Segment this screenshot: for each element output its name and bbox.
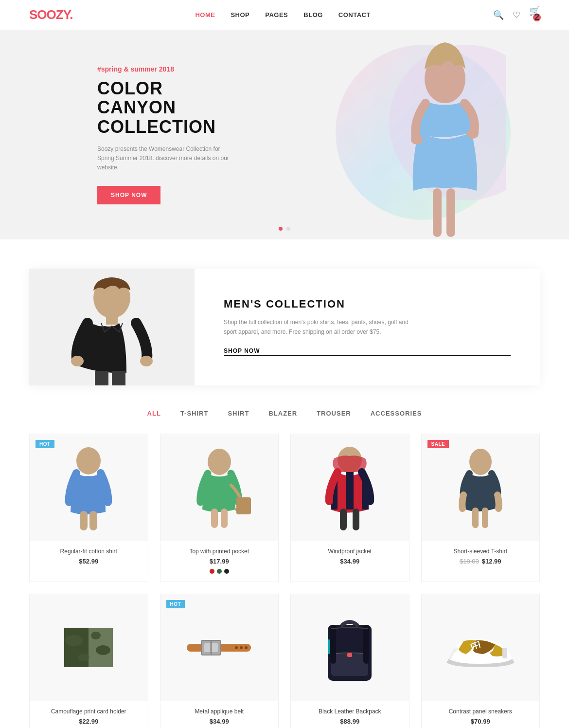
wishlist-button-7[interactable]: ♡	[323, 680, 339, 695]
site-header: SOOZY. HOME SHOP PAGES BLOG CONTACT 🔍 ♡ …	[0, 0, 569, 30]
site-logo[interactable]: SOOZY.	[29, 7, 72, 22]
product-colors-2	[167, 569, 272, 574]
add-to-cart-button-5[interactable]: +	[81, 680, 96, 695]
svg-point-37	[235, 646, 238, 649]
product-card-1: HOT ♡ + 👁 Regular-fit cotton shirt $52.9…	[29, 434, 148, 582]
quickview-button-2[interactable]: 👁	[230, 520, 246, 535]
product-name-4: Short-sleeved T-shirt	[428, 548, 533, 555]
wishlist-button-4[interactable]: ♡	[454, 520, 470, 535]
color-dot-black[interactable]	[224, 569, 229, 574]
svg-rect-23	[346, 472, 354, 510]
product-price-2: $17.99	[167, 558, 272, 565]
product-name-8: Contrast panel sneakers	[428, 708, 533, 715]
filter-tab-all[interactable]: ALL	[147, 410, 161, 419]
add-to-cart-button-6[interactable]: +	[212, 680, 227, 695]
product-name-3: Windproof jacket	[298, 548, 402, 555]
product-grid-row1: HOT ♡ + 👁 Regular-fit cotton shirt $52.9…	[0, 434, 569, 582]
filter-tab-blazer[interactable]: BLAZER	[268, 410, 297, 419]
product-figure-3	[316, 444, 384, 531]
add-to-cart-button-4[interactable]: +	[473, 520, 488, 535]
nav-pages[interactable]: PAGES	[265, 11, 288, 18]
mens-collection-image	[29, 269, 195, 385]
product-badge-hot-1: HOT	[36, 440, 54, 448]
product-price-8: $70.99	[428, 718, 533, 725]
mens-collection-description: Shop the full collection of men's polo s…	[224, 317, 409, 337]
mens-collection-title: MEN'S COLLECTION	[224, 298, 511, 310]
product-name-1: Regular-fit cotton shirt	[36, 548, 141, 555]
mens-collection-banner: MEN'S COLLECTION Shop the full collectio…	[29, 269, 540, 385]
quickview-button-6[interactable]: 👁	[230, 680, 246, 695]
mens-shop-now-link[interactable]: SHOP NOW	[224, 347, 511, 356]
search-icon[interactable]: 🔍	[493, 10, 504, 20]
svg-rect-4	[433, 188, 442, 237]
color-dot-green[interactable]	[217, 569, 222, 574]
hero-description: Soozy presents the Womenswear Collection…	[97, 145, 233, 173]
color-dot-red[interactable]	[210, 569, 214, 574]
add-to-cart-button-1[interactable]: +	[81, 520, 96, 535]
product-grid-row2: ♡ + 👁 Camouflage print card holder $22.9…	[0, 594, 569, 728]
header-icons: 🔍 ♡ 🛒 2	[493, 6, 540, 24]
nav-contact[interactable]: CONTACT	[338, 11, 371, 18]
product-image-6: HOT ♡ + 👁	[160, 594, 279, 701]
add-to-cart-button-8[interactable]: +	[473, 680, 488, 695]
product-info-5: Camouflage print card holder $22.99	[30, 701, 148, 728]
nav-shop[interactable]: SHOP	[231, 11, 249, 18]
svg-point-35	[91, 632, 101, 639]
wishlist-button-3[interactable]: ♡	[323, 520, 339, 535]
hero-model-svg	[370, 35, 506, 239]
hero-cta-button[interactable]: SHOP NOW	[97, 186, 160, 204]
svg-rect-5	[446, 188, 455, 237]
add-to-cart-button-7[interactable]: +	[342, 680, 357, 695]
cart-icon[interactable]: 🛒 2	[529, 6, 540, 24]
add-to-cart-button-2[interactable]: +	[212, 520, 227, 535]
product-image-8: ♡ + 👁	[422, 594, 540, 701]
wishlist-button-5[interactable]: ♡	[62, 680, 78, 695]
quickview-button-3[interactable]: 👁	[360, 520, 376, 535]
product-name-2: Top with printed pocket	[167, 548, 272, 555]
product-info-1: Regular-fit cotton shirt $52.99	[30, 541, 148, 573]
hero-title: COLOR CANYON COLLECTION	[97, 79, 233, 137]
filter-tab-shirt[interactable]: SHIRT	[228, 410, 249, 419]
quickview-button-4[interactable]: 👁	[491, 520, 507, 535]
hero-dot-2[interactable]	[286, 227, 290, 231]
wishlist-icon[interactable]: ♡	[513, 10, 520, 20]
product-image-4: SALE ♡ + 👁	[422, 434, 540, 541]
hero-dot-1[interactable]	[279, 227, 283, 231]
wishlist-button-6[interactable]: ♡	[193, 680, 209, 695]
hero-content: #spring & summer 2018 COLOR CANYON COLLE…	[0, 65, 233, 204]
product-price-5: $22.99	[36, 718, 141, 725]
svg-point-13	[76, 447, 101, 474]
filter-tab-trouser[interactable]: TROUSER	[317, 410, 351, 419]
main-nav: HOME SHOP PAGES BLOG CONTACT	[195, 11, 371, 18]
filter-tab-accessories[interactable]: ACCESSORIES	[371, 410, 422, 419]
product-figure-2	[188, 446, 251, 529]
quickview-button-7[interactable]: 👁	[360, 680, 376, 695]
wishlist-button-8[interactable]: ♡	[454, 680, 470, 695]
product-info-4: Short-sleeved T-shirt $18.00$12.99	[422, 541, 540, 573]
wishlist-button-2[interactable]: ♡	[193, 520, 209, 535]
svg-point-34	[78, 654, 89, 661]
nav-home[interactable]: HOME	[195, 11, 215, 18]
wishlist-button-1[interactable]: ♡	[62, 520, 78, 535]
product-card-4: SALE ♡ + 👁 Short-sleeved T-shirt	[421, 434, 540, 582]
product-badge-sale-4: SALE	[427, 440, 449, 448]
svg-rect-11	[95, 371, 108, 385]
quickview-button-8[interactable]: 👁	[491, 680, 507, 695]
hero-section: #spring & summer 2018 COLOR CANYON COLLE…	[0, 30, 569, 239]
svg-rect-45	[330, 625, 336, 664]
nav-blog[interactable]: BLOG	[303, 11, 323, 18]
quickview-button-5[interactable]: 👁	[99, 680, 115, 695]
product-info-3: Windproof jacket $34.99	[291, 541, 409, 573]
filter-tab-tshirt[interactable]: T-SHIRT	[180, 410, 209, 419]
product-price-6: $34.99	[167, 718, 272, 725]
hero-dots	[279, 227, 290, 231]
svg-point-33	[96, 645, 110, 655]
product-card-8: ♡ + 👁 Contrast panel sneakers $70.99	[421, 594, 540, 728]
product-price-1: $52.99	[36, 558, 141, 565]
product-image-5: ♡ + 👁	[30, 594, 148, 701]
product-info-6: Metal applique belt $34.99	[160, 701, 279, 728]
svg-rect-54	[502, 648, 507, 658]
add-to-cart-button-3[interactable]: +	[342, 520, 357, 535]
product-figure-5	[57, 621, 120, 674]
quickview-button-1[interactable]: 👁	[99, 520, 115, 535]
